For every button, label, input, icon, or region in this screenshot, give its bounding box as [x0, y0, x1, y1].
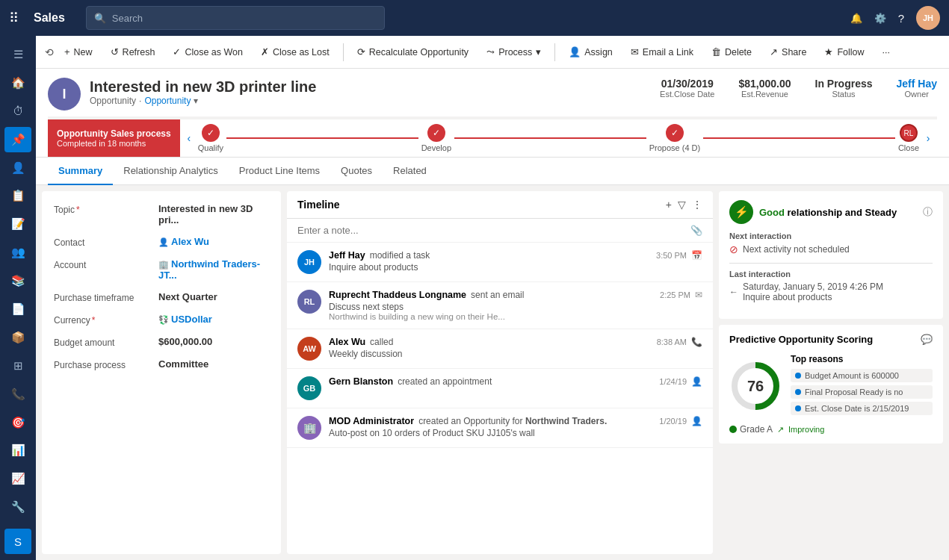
meta-owner: Jeff Hay Owner: [897, 78, 937, 99]
sidebar-icon-phone[interactable]: 📞: [4, 382, 31, 407]
tab-summary[interactable]: Summary: [48, 158, 113, 185]
stages-list: ✓ Qualify ✓ Develop ✓ Propose (4 D): [198, 119, 919, 157]
add-entry-icon[interactable]: +: [666, 199, 672, 211]
field-account: Account 🏢Northwind Traders-JT...: [54, 258, 269, 281]
checkmark-icon: ✓: [173, 46, 181, 57]
person-icon-small: 👤: [691, 376, 702, 387]
settings-icon[interactable]: ⚙️: [874, 13, 886, 24]
info-icon[interactable]: ⓘ: [923, 205, 933, 219]
email-button[interactable]: ✉ Email a Link: [623, 43, 701, 60]
record-subtitle: Opportunity · Opportunity ▾: [90, 96, 651, 106]
record-title-info: Interested in new 3D printer line Opport…: [90, 78, 651, 106]
score-reason-1: Budget Amount is 600000: [791, 369, 933, 382]
sidebar-icon-home[interactable]: 🏠: [4, 70, 31, 96]
tab-quotes[interactable]: Quotes: [330, 158, 383, 185]
history-icon[interactable]: ⟲: [45, 46, 54, 58]
search-placeholder: Search: [112, 13, 143, 24]
process-button[interactable]: ⤳ Process ▾: [479, 43, 548, 60]
timeline-entry: JH Jeff Hay modified a task 3:50 PM 📅 In…: [287, 243, 713, 282]
sidebar-icon-menu[interactable]: ☰: [4, 42, 31, 67]
assign-button[interactable]: 👤 Assign: [561, 43, 620, 60]
share-button[interactable]: ↗ Share: [762, 43, 814, 60]
insight-column: ⚡ Good relationship and Steady ⓘ Next in…: [719, 191, 943, 554]
sidebar-icon-list[interactable]: 📋: [4, 183, 31, 208]
timeline-column: Timeline + ▽ ⋮ 📎 JH Jeff Hay: [287, 191, 713, 554]
sidebar-icon-contact[interactable]: 👤: [4, 155, 31, 181]
record-meta: 01/30/2019 Est.Close Date $81,000.00 Est…: [660, 78, 937, 99]
record-header: I Interested in new 3D printer line Oppo…: [36, 69, 949, 158]
form-column: Topic* Interested in new 3D pri... Conta…: [42, 191, 281, 554]
user-avatar[interactable]: JH: [916, 6, 940, 30]
sidebar-icon-user-badge[interactable]: S: [4, 529, 31, 554]
relationship-card: ⚡ Good relationship and Steady ⓘ Next in…: [719, 191, 943, 319]
record-title-row: I Interested in new 3D printer line Oppo…: [48, 78, 937, 111]
sidebar-icon-recent[interactable]: ⏱: [4, 99, 31, 124]
stage-next-button[interactable]: ›: [919, 119, 937, 157]
stage-close[interactable]: RL Close: [898, 124, 919, 152]
stage-bar: Opportunity Sales process Completed in 1…: [48, 116, 937, 157]
sidebar-icon-grid[interactable]: ⊞: [4, 353, 31, 379]
person-icon2: 👤: [691, 416, 702, 426]
filter-icon[interactable]: ▽: [678, 199, 686, 211]
sidebar-icon-people[interactable]: 👥: [4, 240, 31, 265]
stage-develop[interactable]: ✓ Develop: [421, 124, 451, 152]
close-won-button[interactable]: ✓ Close as Won: [165, 43, 250, 60]
field-purchase-timeframe: Purchase timeframe Next Quarter: [54, 291, 269, 303]
separator1: [343, 43, 344, 61]
tab-relationship[interactable]: Relationship Analytics: [113, 158, 228, 185]
avatar: GB: [297, 376, 321, 400]
close-lost-button[interactable]: ✗ Close as Lost: [253, 43, 337, 60]
avatar: 🏢: [297, 416, 321, 440]
avatar: JH: [297, 250, 321, 274]
more-button[interactable]: ···: [875, 44, 897, 60]
calendar-icon[interactable]: 📅: [691, 250, 702, 261]
sidebar-icon-books[interactable]: 📚: [4, 268, 31, 293]
x-icon: ✗: [261, 46, 269, 57]
tab-product-lines[interactable]: Product Line Items: [229, 158, 330, 185]
sidebar-icon-doc[interactable]: 📄: [4, 296, 31, 322]
recalculate-button[interactable]: ⟳ Recalculate Opportunity: [350, 43, 476, 60]
timeline-entry: RL Ruprecht Thaddeus Longname sent an em…: [287, 282, 713, 329]
contact-icon: 👤: [158, 237, 169, 246]
stage-prev-button[interactable]: ‹: [180, 119, 198, 157]
sidebar-icon-wrench[interactable]: 🔧: [4, 494, 31, 520]
help-icon[interactable]: ?: [898, 12, 904, 25]
score-reason-3: Est. Close Date is 2/15/2019: [791, 402, 933, 415]
scoring-card: Predictive Opportunity Scoring 💬 76: [719, 325, 943, 444]
top-nav-icons: 🔔 ⚙️ ? JH: [850, 6, 940, 30]
delete-button[interactable]: 🗑 Delete: [704, 43, 759, 60]
stage-qualify[interactable]: ✓ Qualify: [198, 124, 223, 152]
sidebar-icon-target[interactable]: 🎯: [4, 410, 31, 435]
trash-icon: 🗑: [711, 46, 721, 57]
sidebar-icon-notes[interactable]: 📝: [4, 211, 31, 237]
search-bar[interactable]: 🔍 Search: [86, 6, 385, 30]
note-input[interactable]: [297, 225, 684, 236]
tab-related[interactable]: Related: [383, 158, 437, 185]
follow-button[interactable]: ★ Follow: [817, 43, 871, 60]
more-options-icon[interactable]: ⋮: [692, 199, 702, 211]
stage-propose[interactable]: ✓ Propose (4 D): [649, 124, 700, 152]
chat-icon[interactable]: 💬: [921, 334, 933, 345]
sidebar-icon-chart[interactable]: 📊: [4, 438, 31, 463]
waffle-menu-icon[interactable]: ⠿: [9, 10, 19, 26]
refresh-button[interactable]: ↺ Refresh: [103, 43, 163, 60]
up-arrow-icon: ↗: [777, 425, 784, 435]
refresh-icon: ↺: [111, 46, 119, 57]
new-button[interactable]: + New: [57, 43, 100, 60]
avatar: RL: [297, 290, 321, 314]
separator2: [554, 43, 555, 61]
sidebar-icon-analytics[interactable]: 📈: [4, 466, 31, 491]
timeline-entry: GB Gern Blanston created an appointment …: [287, 369, 713, 408]
account-icon: 🏢: [158, 260, 169, 269]
note-input-area: 📎: [287, 219, 713, 243]
body-columns: Topic* Interested in new 3D pri... Conta…: [36, 185, 949, 560]
star-icon: ★: [824, 46, 833, 57]
timeline-entry: AW Alex Wu called 8:38 AM 📞 Weekly discu…: [287, 329, 713, 369]
stage-qualify-circle: ✓: [202, 124, 220, 142]
stage-promo[interactable]: Opportunity Sales process Completed in 1…: [48, 119, 180, 157]
top-navbar: ⠿ Sales 🔍 Search 🔔 ⚙️ ? JH: [0, 0, 949, 36]
sidebar-icon-pinned[interactable]: 📌: [4, 127, 31, 152]
attachment-icon[interactable]: 📎: [690, 225, 702, 236]
sidebar-icon-box[interactable]: 📦: [4, 325, 31, 350]
notification-icon[interactable]: 🔔: [850, 13, 862, 24]
